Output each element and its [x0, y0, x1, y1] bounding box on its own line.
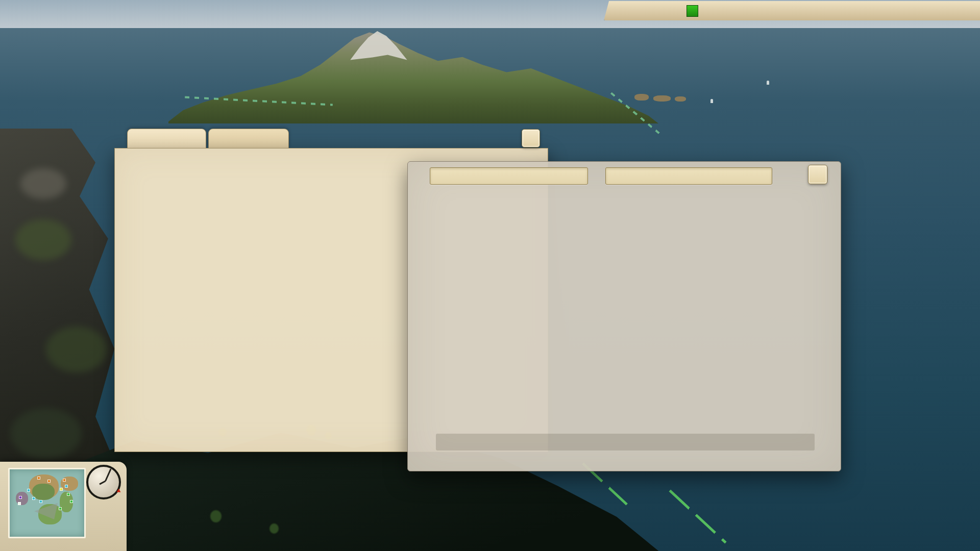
minimap-panel: [0, 462, 127, 551]
minimap-island: [32, 484, 55, 500]
islet: [634, 94, 649, 101]
cashflow-close-button[interactable]: [522, 129, 540, 147]
minimap-marker: [65, 485, 68, 488]
minimap-marker: [18, 502, 21, 505]
cashflow-table: [130, 129, 401, 452]
grass-patch: [10, 408, 82, 459]
chart-close-button[interactable]: [808, 165, 827, 184]
minimap[interactable]: [8, 468, 86, 538]
minimap-marker: [67, 493, 70, 496]
distant-sail: [710, 99, 713, 103]
year-column-header: [337, 160, 401, 171]
minimap-marker: [19, 496, 22, 499]
minimap-marker: [70, 500, 73, 503]
rock-highlight: [20, 168, 66, 199]
minimap-marker: [47, 480, 51, 483]
minimap-marker: [27, 489, 30, 492]
networth-chart: [419, 189, 832, 434]
minimap-marker: [60, 488, 63, 491]
minimap-marker: [37, 477, 40, 480]
game-viewport: [0, 0, 980, 551]
grass-patch: [46, 327, 107, 372]
year-column-header: [188, 160, 265, 171]
chart-legend: [436, 434, 815, 450]
clock-hand-short: [99, 481, 106, 485]
top-status-bar: [604, 1, 980, 20]
tree: [210, 510, 222, 522]
compass-clock: [86, 465, 121, 499]
distant-sail: [767, 81, 769, 85]
period-dropdown[interactable]: [605, 167, 772, 185]
minimap-marker: [32, 497, 35, 500]
networth-panel: [407, 161, 841, 471]
compass-red-pointer: [116, 489, 121, 494]
islet: [675, 96, 686, 102]
clock-hand-long: [105, 469, 111, 482]
islet: [653, 95, 671, 102]
year-column-header: [269, 160, 333, 171]
minimap-marker: [63, 479, 66, 482]
metric-dropdown[interactable]: [430, 167, 588, 185]
company-color-chip: [687, 5, 698, 17]
grass-patch: [15, 219, 71, 260]
tree: [270, 523, 279, 534]
minimap-marker: [59, 507, 62, 510]
minimap-marker: [39, 500, 42, 503]
